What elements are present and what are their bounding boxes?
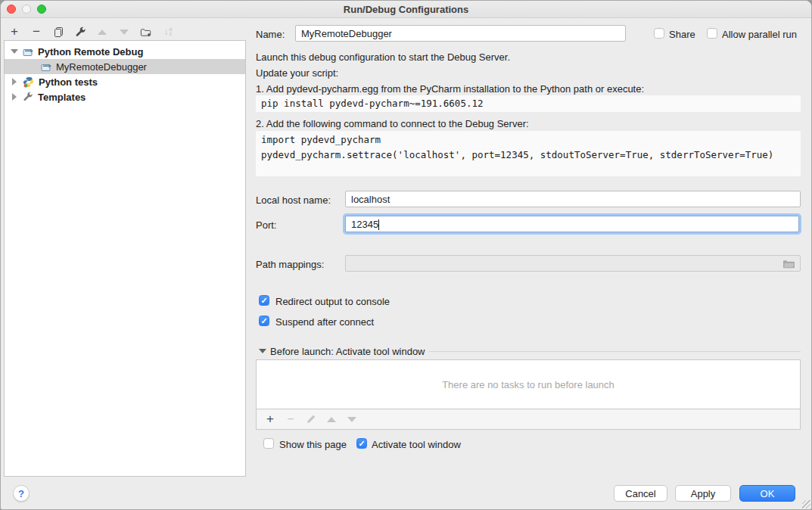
tree-item-label: Python tests	[39, 76, 98, 88]
activate-tool-window-label: Activate tool window	[372, 439, 461, 450]
show-this-page-checkbox[interactable]	[263, 438, 274, 449]
check-icon: ✓	[260, 297, 267, 305]
expand-collapse-icon[interactable]	[11, 78, 18, 86]
step2-text: 2. Add the following command to connect …	[256, 118, 529, 129]
code-line-2: pydevd_pycharm.settrace('localhost', por…	[261, 148, 795, 163]
sort-az-icon: ↓az	[164, 26, 173, 37]
up-arrow-icon	[98, 30, 107, 35]
step1-text: 1. Add pydevd-pycharm.egg from the PyCha…	[256, 83, 644, 95]
help-button[interactable]: ?	[13, 485, 30, 502]
window-title: Run/Debug Configurations	[1, 4, 811, 15]
expand-collapse-icon[interactable]	[11, 93, 18, 101]
move-task-up-button[interactable]	[325, 413, 338, 425]
expand-collapse-icon[interactable]	[11, 49, 18, 54]
resize-grip[interactable]	[802, 500, 810, 508]
down-arrow-icon	[120, 30, 129, 35]
redirect-output-label: Redirect output to console	[275, 296, 390, 307]
remove-task-button[interactable]: −	[285, 413, 297, 425]
before-launch-toolbar: + −	[256, 409, 801, 430]
description-line-2: Update your script:	[256, 67, 338, 79]
tree-item-label: Templates	[38, 92, 86, 103]
browse-folder-icon[interactable]	[782, 259, 795, 269]
remote-debug-icon	[23, 47, 33, 57]
add-configuration-button[interactable]: +	[8, 26, 20, 38]
port-input[interactable]: 12345	[345, 216, 799, 232]
allow-parallel-run-checkbox[interactable]	[707, 28, 717, 39]
code-line-1: import pydevd_pycharm	[261, 132, 795, 148]
before-launch-task-list[interactable]: There are no tasks to run before launch	[256, 359, 801, 409]
description-line-1: Launch this debug configuration to start…	[256, 51, 510, 63]
settrace-code-block[interactable]: import pydevd_pycharm pydevd_pycharm.set…	[256, 131, 801, 176]
path-mappings-label: Path mappings:	[256, 259, 324, 270]
ok-button[interactable]: OK	[739, 485, 795, 502]
configurations-toolbar: + − ↓az	[8, 22, 174, 42]
check-icon: ✓	[260, 317, 267, 325]
text-caret	[378, 219, 379, 230]
check-icon: ✓	[358, 440, 365, 448]
copy-icon	[53, 26, 64, 38]
down-arrow-icon	[347, 417, 356, 422]
templates-wrench-icon	[23, 92, 33, 102]
plus-icon: +	[11, 26, 18, 37]
before-launch-separator	[429, 351, 801, 352]
cancel-button[interactable]: Cancel	[614, 485, 667, 502]
move-down-button[interactable]	[118, 26, 130, 38]
question-mark-icon: ?	[18, 488, 24, 499]
share-checkbox[interactable]	[654, 28, 664, 39]
port-label: Port:	[256, 219, 276, 231]
pencil-icon	[306, 414, 316, 424]
python-tests-icon	[23, 76, 34, 88]
allow-parallel-run-label: Allow parallel run	[722, 29, 797, 40]
minus-icon: −	[33, 26, 40, 37]
tree-item-label: Python Remote Debug	[38, 46, 143, 58]
empty-tasks-text: There are no tasks to run before launch	[442, 379, 614, 390]
path-mappings-input[interactable]	[345, 255, 801, 272]
chevron-right-icon	[12, 78, 17, 86]
edit-templates-button[interactable]	[74, 26, 86, 38]
activate-tool-window-checkbox[interactable]: ✓	[356, 438, 367, 449]
wrench-icon	[75, 26, 86, 38]
suspend-after-connect-label: Suspend after connect	[275, 316, 374, 328]
edit-task-button[interactable]	[305, 413, 317, 425]
configurations-tree: Python Remote Debug MyRemoteDebugger	[4, 40, 246, 477]
tree-item-templates[interactable]: Templates	[5, 89, 245, 104]
run-debug-configurations-dialog: Run/Debug Configurations + − ↓az	[0, 0, 812, 510]
add-task-button[interactable]: +	[264, 413, 276, 425]
move-up-button[interactable]	[96, 26, 108, 38]
sort-configurations-button[interactable]: ↓az	[162, 26, 174, 38]
redirect-output-checkbox[interactable]: ✓	[259, 295, 269, 306]
move-task-down-button[interactable]	[346, 413, 358, 425]
minus-icon: −	[287, 414, 294, 424]
name-label: Name:	[256, 29, 285, 40]
plus-icon: +	[266, 414, 274, 424]
tree-item-label: MyRemoteDebugger	[56, 61, 147, 73]
tree-item-python-tests[interactable]: Python tests	[5, 74, 245, 89]
before-launch-title: Before launch: Activate tool window	[270, 346, 425, 357]
apply-button[interactable]: Apply	[675, 485, 731, 502]
copy-configuration-button[interactable]	[52, 26, 64, 38]
suspend-after-connect-checkbox[interactable]: ✓	[259, 316, 269, 326]
up-arrow-icon	[327, 417, 336, 422]
remove-configuration-button[interactable]: −	[30, 26, 42, 38]
local-host-name-label: Local host name:	[256, 194, 331, 206]
chevron-down-icon	[11, 49, 18, 54]
local-host-name-input[interactable]	[345, 191, 801, 207]
before-launch-collapse-icon[interactable]	[259, 349, 266, 353]
share-label: Share	[669, 29, 695, 40]
show-this-page-label: Show this page	[279, 439, 347, 450]
name-input[interactable]	[295, 25, 626, 42]
title-bar: Run/Debug Configurations	[1, 1, 811, 18]
folder-plus-icon	[140, 26, 152, 38]
tree-item-myremotedebugger[interactable]: MyRemoteDebugger	[5, 59, 245, 74]
new-folder-button[interactable]	[140, 26, 152, 38]
tree-item-python-remote-debug[interactable]: Python Remote Debug	[5, 44, 245, 59]
pip-install-code[interactable]: pip install pydevd-pycharm~=191.6605.12	[256, 95, 801, 112]
chevron-right-icon	[12, 93, 17, 101]
port-value: 12345	[351, 219, 378, 230]
remote-debug-icon	[41, 62, 51, 72]
